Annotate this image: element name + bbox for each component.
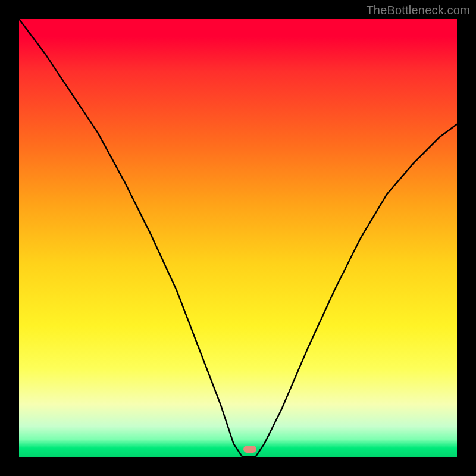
bottleneck-curve (19, 19, 457, 457)
chart-frame: TheBottleneck.com (0, 0, 476, 476)
curve-path (19, 19, 457, 457)
plot-area (19, 19, 457, 457)
watermark-text: TheBottleneck.com (366, 4, 470, 17)
min-marker-dot (243, 446, 256, 453)
